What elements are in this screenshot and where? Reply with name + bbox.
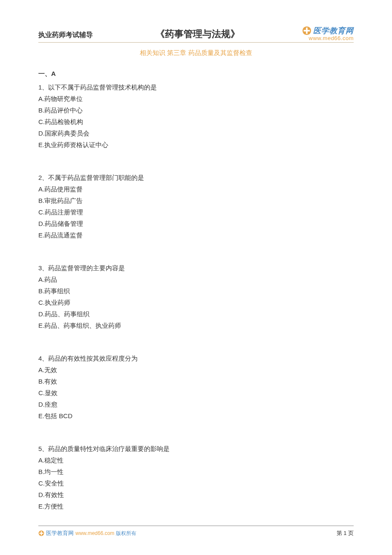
- header-right-logo: 医学教育网 www.med66.com: [302, 26, 354, 41]
- svg-rect-5: [39, 533, 43, 534]
- question-option: E.药品流通监督: [38, 229, 354, 241]
- question-block: 1、以下不属于药品监督管理技术机构的是 A.药物研究单位 B.药品评价中心 C.…: [38, 81, 354, 150]
- question-option: A.稳定性: [38, 454, 354, 466]
- question-block: 2、不属于药品监督管理部门职能的是 A.药品使用监督 B.审批药品广告 C.药品…: [38, 172, 354, 241]
- question-option: B.审批药品广告: [38, 195, 354, 206]
- logo-url: www.med66.com: [302, 35, 354, 41]
- chapter-subtitle: 相关知识 第三章 药品质量及其监督检查: [38, 49, 354, 57]
- question-option: D.痊愈: [38, 399, 354, 410]
- question-option: C.药品注册管理: [38, 206, 354, 218]
- question-option: E.执业药师资格认证中心: [38, 139, 354, 150]
- question-block: 3、药品监督管理的主要内容是 A.药品 B.药事组织 C.执业药师 D.药品、药…: [38, 262, 354, 331]
- question-option: D.有效性: [38, 489, 354, 500]
- question-block: 4、药品的有效性按其效应程度分为 A.无效 B.有效 C.显效 D.痊愈 E.包…: [38, 353, 354, 422]
- page-header: 执业药师考试辅导 《药事管理与法规》 医学教育网 www.med66.com: [38, 26, 354, 43]
- question-option: A.无效: [38, 364, 354, 376]
- page-container: 执业药师考试辅导 《药事管理与法规》 医学教育网 www.med66.com 相…: [0, 0, 392, 550]
- question-text: 1、以下不属于药品监督管理技术机构的是: [38, 81, 354, 93]
- question-option: A.药品使用监督: [38, 183, 354, 195]
- question-text: 5、药品的质量特性对临床治疗最重要的影响是: [38, 443, 354, 454]
- page-footer: 医学教育网 www.med66.com 版权所有 第 1 页: [38, 526, 354, 537]
- page-number: 第 1 页: [337, 529, 354, 537]
- logo-container: 医学教育网: [302, 26, 354, 36]
- footer-copyright: 版权所有: [116, 530, 136, 537]
- question-text: 3、药品监督管理的主要内容是: [38, 262, 354, 274]
- question-option: C.显效: [38, 387, 354, 399]
- logo-cross-icon: [302, 26, 311, 35]
- question-text: 4、药品的有效性按其效应程度分为: [38, 353, 354, 364]
- question-block: 5、药品的质量特性对临床治疗最重要的影响是 A.稳定性 B.均一性 C.安全性 …: [38, 443, 354, 512]
- header-left-text: 执业药师考试辅导: [38, 31, 93, 41]
- question-option: C.药品检验机构: [38, 116, 354, 127]
- footer-cross-icon: [38, 530, 44, 536]
- page-title: 《药事管理与法规》: [156, 28, 240, 41]
- question-option: B.均一性: [38, 466, 354, 477]
- question-option: C.安全性: [38, 477, 354, 489]
- question-option: D.药品、药事组织: [38, 308, 354, 320]
- svg-rect-2: [304, 30, 310, 32]
- question-option: A.药品: [38, 274, 354, 285]
- question-option: E.包括 BCD: [38, 410, 354, 422]
- question-option: B.药事组织: [38, 285, 354, 297]
- question-option: A.药物研究单位: [38, 93, 354, 104]
- question-option: D.药品储备管理: [38, 218, 354, 229]
- logo-text: 医学教育网: [313, 26, 354, 36]
- footer-url: www.med66.com: [75, 530, 114, 536]
- question-option: B.药品评价中心: [38, 104, 354, 116]
- question-option: C.执业药师: [38, 297, 354, 308]
- section-label: 一、A: [38, 70, 354, 78]
- question-text: 2、不属于药品监督管理部门职能的是: [38, 172, 354, 183]
- question-option: E.方便性: [38, 500, 354, 512]
- question-option: B.有效: [38, 376, 354, 387]
- question-option: D.国家药典委员会: [38, 127, 354, 139]
- footer-left: 医学教育网 www.med66.com 版权所有: [38, 529, 136, 537]
- footer-brand: 医学教育网: [46, 529, 74, 537]
- question-option: E.药品、药事组织、执业药师: [38, 320, 354, 331]
